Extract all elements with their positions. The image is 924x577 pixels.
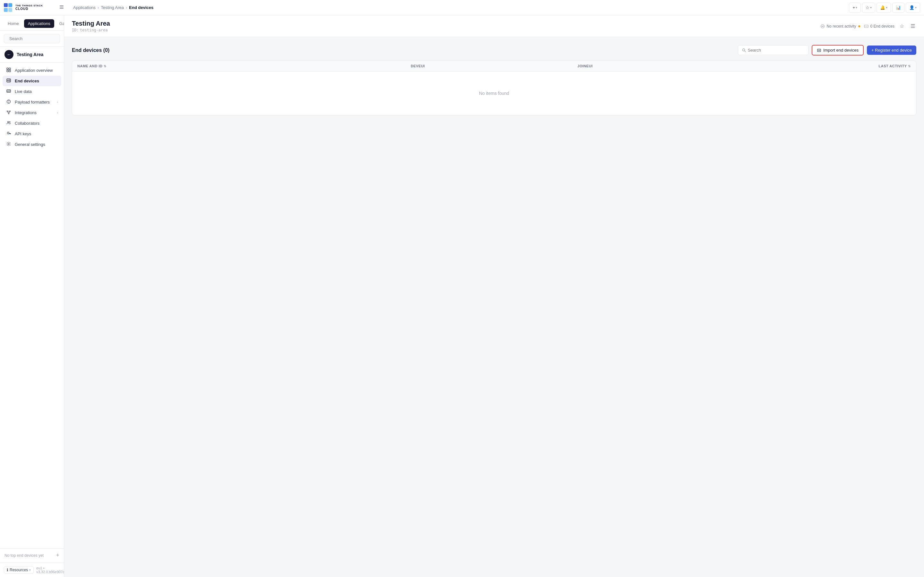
back-arrow-icon: ←	[5, 50, 13, 59]
collaborators-icon	[6, 121, 11, 126]
key-icon	[6, 131, 11, 137]
svg-point-28	[9, 121, 10, 122]
col-deveui: DEVEUI	[411, 64, 577, 68]
sidebar-item-general-settings[interactable]: General settings	[3, 139, 61, 150]
logo-icon	[4, 3, 13, 12]
settings-icon	[6, 142, 11, 147]
notifications-chevron-icon: ▾	[886, 6, 887, 9]
svg-point-34	[821, 24, 824, 28]
import-end-devices-button[interactable]: Import end devices	[812, 45, 864, 55]
devices-icon	[864, 24, 869, 29]
breadcrumb-testing-area[interactable]: Testing Area	[101, 5, 124, 10]
app-header: Testing Area ID: testing-area No recent …	[64, 15, 924, 37]
header-menu-button[interactable]: ☰	[909, 22, 916, 31]
table-header: NAME AND ID ⇅ DEVEUI JOINEUI LAST ACTIVI…	[72, 61, 916, 71]
resources-button[interactable]: ℹ Resources ▾	[4, 566, 34, 574]
svg-rect-8	[9, 70, 11, 72]
plus-icon: +	[853, 5, 855, 10]
chevron-right-icon: ›	[57, 111, 58, 114]
sidebar-item-label: Live data	[15, 89, 32, 94]
svg-line-38	[745, 51, 746, 52]
sidebar-item-collaborators[interactable]: Collaborators	[3, 118, 61, 129]
end-devices-search-field	[738, 45, 809, 55]
svg-line-24	[7, 112, 9, 113]
activity-dot	[858, 25, 860, 27]
search-input[interactable]	[9, 36, 63, 41]
sidebar-item-label: Payload formatters	[15, 100, 50, 105]
col-last-activity[interactable]: LAST ACTIVITY ⇅	[744, 64, 911, 68]
main-layout: Home Applications Gateways ⌘ K ← Testing…	[0, 15, 924, 577]
content-area: Testing Area ID: testing-area No recent …	[64, 15, 924, 577]
svg-rect-5	[7, 68, 8, 69]
sidebar-item-label: End devices	[15, 79, 39, 83]
end-devices-table: NAME AND ID ⇅ DEVEUI JOINEUI LAST ACTIVI…	[72, 61, 916, 115]
top-bar: THE THINGS STACK CLOUD Applications › Te…	[0, 0, 924, 15]
sidebar-item-application-overview[interactable]: Application overview	[3, 65, 61, 76]
back-label: Testing Area	[17, 52, 43, 57]
search-box: ⌘ K	[4, 34, 60, 43]
bookmark-button[interactable]: ☆ ▾	[862, 3, 875, 13]
devices-count: 0 End devices	[864, 24, 895, 29]
svg-rect-0	[60, 5, 63, 6]
sidebar-item-api-keys[interactable]: API keys	[3, 129, 61, 139]
user-button[interactable]: 👤 ▾	[906, 3, 920, 13]
sidebar-bottom: No top end devices yet +	[0, 548, 64, 562]
sidebar-item-live-data[interactable]: Live data	[3, 86, 61, 97]
chevron-right-icon: ›	[57, 100, 58, 104]
svg-point-21	[7, 111, 8, 112]
stats-icon: 📊	[896, 5, 901, 10]
sidebar-item-end-devices[interactable]: End devices	[3, 76, 61, 86]
payload-icon	[6, 99, 11, 105]
end-devices-title: End devices (0)	[72, 47, 110, 53]
sidebar-toggle-button[interactable]	[58, 3, 65, 12]
sidebar-item-payload-formatters[interactable]: Payload formatters ›	[3, 97, 61, 107]
star-icon: ☆	[866, 5, 869, 10]
breadcrumb-current: End devices	[129, 5, 153, 10]
app-title-area: Testing Area ID: testing-area	[72, 20, 110, 32]
breadcrumb-applications[interactable]: Applications	[73, 5, 95, 10]
end-devices-search-input[interactable]	[748, 48, 804, 53]
app-id: ID: testing-area	[72, 28, 110, 32]
tab-applications[interactable]: Applications	[24, 19, 54, 28]
no-devices-text: No top end devices yet	[5, 553, 44, 558]
notifications-button[interactable]: 🔔 ▾	[877, 3, 891, 13]
add-button[interactable]: + ▾	[849, 3, 861, 13]
header-bookmark-button[interactable]: ☆	[898, 22, 905, 31]
svg-point-23	[8, 113, 9, 114]
bell-icon: 🔔	[880, 5, 885, 10]
col-joineui: JOINEUI	[577, 64, 744, 68]
svg-line-25	[9, 112, 10, 113]
svg-rect-2	[60, 8, 63, 9]
table-empty-state: No items found	[72, 71, 916, 115]
activity-badge: No recent activity	[821, 24, 860, 29]
sidebar-item-integrations[interactable]: Integrations ›	[3, 107, 61, 118]
sidebar-footer: ℹ Resources ▾ eu1 • v3.32.0.b96e907c31	[0, 562, 64, 577]
page-content: End devices (0) Import end devices + Reg…	[64, 37, 924, 577]
import-icon	[817, 48, 821, 53]
live-data-icon	[6, 89, 11, 94]
tab-home[interactable]: Home	[4, 19, 23, 28]
svg-point-20	[8, 102, 9, 103]
user-chevron-icon: ▾	[915, 6, 917, 9]
app-title: Testing Area	[72, 20, 110, 27]
sidebar-back-button[interactable]: ← Testing Area	[0, 47, 64, 63]
sort-icon: ⇅	[908, 64, 911, 68]
svg-point-33	[8, 143, 9, 145]
add-chevron-icon: ▾	[856, 6, 857, 9]
sidebar-search-area: ⌘ K	[0, 31, 64, 47]
stats-button[interactable]: 📊	[892, 3, 905, 13]
activity-icon	[821, 24, 825, 29]
svg-point-27	[8, 121, 9, 123]
sidebar-item-label: API keys	[15, 131, 31, 136]
register-end-device-button[interactable]: + Register end device	[867, 45, 916, 55]
col-name-id[interactable]: NAME AND ID ⇅	[78, 64, 411, 68]
svg-rect-7	[7, 70, 8, 72]
resources-chevron-icon: ▾	[29, 568, 31, 572]
end-devices-header: End devices (0) Import end devices + Reg…	[72, 45, 916, 55]
end-devices-actions: Import end devices + Register end device	[738, 45, 916, 55]
svg-rect-39	[817, 49, 821, 52]
sidebar-item-label: Collaborators	[15, 121, 39, 126]
add-device-button[interactable]: +	[56, 552, 59, 559]
svg-rect-1	[60, 7, 63, 7]
sidebar-nav-tabs: Home Applications Gateways	[0, 15, 64, 31]
